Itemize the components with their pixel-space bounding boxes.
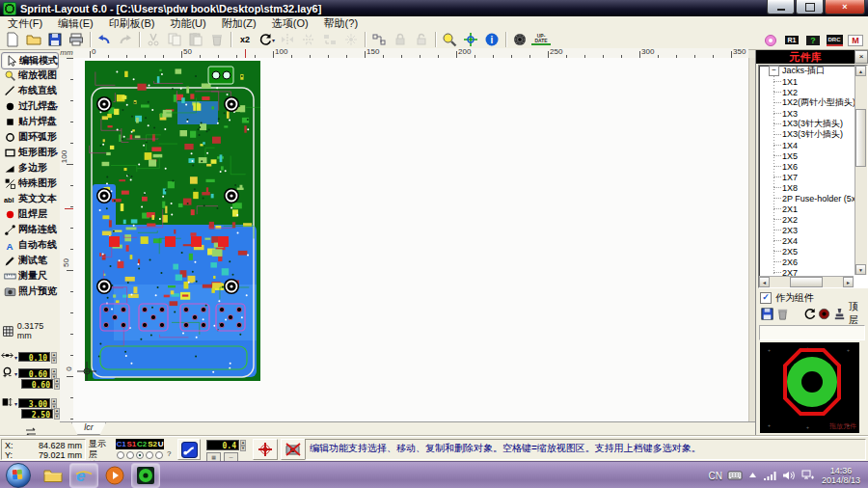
list-item[interactable]: 1X6 xyxy=(759,161,867,172)
origin-crosshair-button[interactable] xyxy=(253,439,278,460)
place-component-button[interactable] xyxy=(831,306,846,322)
scroll-thumb[interactable] xyxy=(855,109,866,167)
collapse-icon[interactable]: − xyxy=(769,66,779,76)
layer-radio-c2[interactable] xyxy=(136,451,144,459)
chevron-down-icon[interactable]: ▾ xyxy=(14,354,17,361)
list-item[interactable]: 2X5 xyxy=(759,246,867,257)
undo-button[interactable] xyxy=(94,30,115,49)
chevron-down-icon[interactable]: ▾ xyxy=(14,400,17,407)
scroll-right-arrow[interactable]: ► xyxy=(843,277,854,287)
macro-button[interactable]: M xyxy=(845,31,866,50)
grid-selector-button[interactable]: 0.3175 mm xyxy=(2,321,60,340)
volume-icon[interactable] xyxy=(782,470,796,481)
library-horizontal-scrollbar[interactable]: ◄ ► xyxy=(759,276,854,287)
print-button[interactable] xyxy=(66,30,87,49)
tool-rect[interactable]: 矩形图形▾ xyxy=(1,145,59,160)
chevron-down-icon[interactable]: ▾ xyxy=(55,149,58,156)
maximize-button[interactable] xyxy=(796,0,824,14)
scroll-thumb[interactable] xyxy=(790,277,823,287)
chevron-down-icon[interactable]: ▾ xyxy=(55,103,58,110)
tool-autoroute[interactable]: A自动布线 xyxy=(1,237,59,253)
signal-strength-icon[interactable] xyxy=(763,470,776,481)
library-name-field[interactable] xyxy=(759,325,865,340)
scroll-up-arrow[interactable]: ▲ xyxy=(855,66,866,76)
tool-testpen[interactable]: 测试笔 xyxy=(1,253,59,268)
track-width-field[interactable]: 0.4 xyxy=(206,440,239,450)
rotate-component-button[interactable] xyxy=(802,306,817,322)
network-icon[interactable] xyxy=(801,470,815,481)
save-button[interactable] xyxy=(44,30,66,49)
snap-button[interactable] xyxy=(368,30,390,49)
spin-down-icon[interactable]: ▼ xyxy=(240,446,246,451)
list-item[interactable]: 2X1 xyxy=(759,203,867,214)
taskbar-clock[interactable]: 14:36 2014/8/13 xyxy=(822,466,860,485)
menu-item-0[interactable]: 文件(F) xyxy=(0,16,50,30)
delete-component-button[interactable] xyxy=(774,306,789,322)
menu-item-1[interactable]: 编辑(E) xyxy=(50,16,101,30)
photo-view-off-button[interactable] xyxy=(281,439,306,460)
start-orb[interactable] xyxy=(6,463,31,488)
list-item[interactable]: 2X2 xyxy=(759,214,867,225)
layer-radio-s2[interactable] xyxy=(146,451,153,459)
tool-text[interactable]: abl英文文本 xyxy=(1,191,59,206)
tool-via-pad[interactable]: 过孔焊盘▾ xyxy=(1,98,59,114)
library-vertical-scrollbar[interactable]: ▲ ▼ xyxy=(854,66,867,275)
scroll-left-arrow[interactable]: ◄ xyxy=(759,277,770,287)
list-item[interactable]: 1X1 xyxy=(759,76,867,87)
duplicate-button[interactable]: x2 xyxy=(234,30,256,49)
pcb-canvas[interactable] xyxy=(73,58,748,421)
tool-polygon[interactable]: 多边形 xyxy=(1,160,59,176)
tool-line[interactable]: 布线直线 xyxy=(1,83,59,98)
list-item[interactable]: 1X4 xyxy=(759,140,867,150)
component-preview[interactable]: ++++ ++ 拖放元件 xyxy=(760,342,859,433)
update-button[interactable]: UP-DATE xyxy=(530,30,552,49)
solder-mask-toggle-button[interactable] xyxy=(817,306,831,322)
chevron-down-icon[interactable]: ▾ xyxy=(14,370,17,377)
track-mode-button[interactable] xyxy=(177,439,201,460)
layer-radio-c1[interactable] xyxy=(117,451,124,459)
menu-item-5[interactable]: 选项(O) xyxy=(264,16,316,30)
explorer-taskbar-button[interactable] xyxy=(39,463,68,488)
minimize-button[interactable] xyxy=(767,0,795,14)
via-outer-field[interactable]: 0.60 xyxy=(18,368,50,378)
close-button[interactable]: × xyxy=(825,0,865,14)
tool-zoom[interactable]: 缩放视图 xyxy=(1,68,59,83)
menu-item-2[interactable]: 印刷板(B) xyxy=(101,16,163,30)
tool-measure[interactable]: 测量尺 xyxy=(1,268,59,284)
input-language-indicator[interactable]: CN xyxy=(709,471,722,481)
list-item[interactable]: 2X6 xyxy=(759,257,867,267)
save-component-button[interactable] xyxy=(760,306,774,322)
list-item[interactable]: 2P Fuse-holder (5x20 xyxy=(759,193,867,203)
track-width-spinner[interactable]: ▲▼ xyxy=(240,440,246,450)
menu-item-4[interactable]: 附加(Z) xyxy=(214,16,264,30)
list-item[interactable]: 2X3 xyxy=(759,225,867,235)
list-item[interactable]: 2X4 xyxy=(759,235,867,246)
sprint-layout-taskbar-button[interactable] xyxy=(131,463,160,488)
tool-photo[interactable]: 照片预览 xyxy=(1,284,59,299)
pad-width-field[interactable]: 3.00 xyxy=(18,398,50,408)
drc-button[interactable]: DRC xyxy=(824,31,845,50)
library-close-button[interactable]: × xyxy=(854,50,868,64)
keyboard-icon[interactable] xyxy=(727,470,743,481)
library-tree-root[interactable]: −Jacks-插口 xyxy=(759,66,867,76)
rotate-button[interactable]: ▾ xyxy=(256,30,277,49)
zoom-tool-button[interactable] xyxy=(439,30,460,49)
tool-net[interactable]: 网络连线 xyxy=(1,222,59,237)
tray-expand-icon[interactable] xyxy=(748,472,757,479)
tool-ring[interactable]: 圆环弧形 xyxy=(1,129,59,145)
open-button[interactable] xyxy=(23,30,44,49)
scroll-down-arrow[interactable]: ▼ xyxy=(855,264,866,275)
sheet-tab[interactable]: lcr xyxy=(71,422,106,435)
help-button[interactable]: ? xyxy=(802,31,824,50)
layer-radio-s1[interactable] xyxy=(126,451,134,459)
via-outer-spinner[interactable]: ▲▼ xyxy=(51,368,57,379)
circle-pink-button[interactable] xyxy=(760,31,781,50)
menu-item-6[interactable]: 帮助(?) xyxy=(316,16,366,30)
ie-taskbar-button[interactable]: e xyxy=(69,463,98,488)
as-component-checkbox[interactable]: ✓ xyxy=(760,292,772,304)
via-drill-field[interactable]: 0.60 xyxy=(21,379,53,389)
footprint-button[interactable] xyxy=(509,30,530,49)
layer-radio-u[interactable] xyxy=(155,451,163,459)
track-width-spinner[interactable]: ▲▼ xyxy=(51,352,57,363)
media-player-taskbar-button[interactable] xyxy=(100,463,129,488)
